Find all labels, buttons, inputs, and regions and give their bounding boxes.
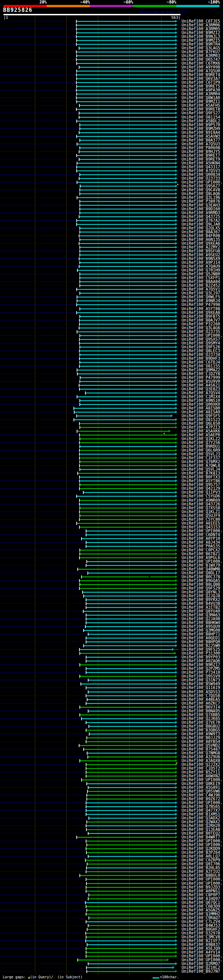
alignment-bar[interactable] <box>79 366 175 367</box>
alignment-bar[interactable] <box>77 837 175 838</box>
alignment-bar[interactable] <box>86 879 175 880</box>
alignment-bar[interactable] <box>83 645 175 646</box>
alignment-bar[interactable] <box>86 802 175 803</box>
alignment-bar[interactable] <box>77 296 175 298</box>
alignment-bar[interactable] <box>83 595 175 597</box>
alignment-bar[interactable] <box>77 301 175 301</box>
alignment-bar[interactable] <box>77 121 175 122</box>
alignment-bar[interactable] <box>89 918 175 918</box>
alignment-bar[interactable] <box>86 668 175 669</box>
alignment-bar[interactable] <box>80 714 175 716</box>
alignment-bar[interactable] <box>77 163 175 164</box>
alignment-bar[interactable] <box>79 389 175 390</box>
alignment-bar[interactable] <box>76 21 175 22</box>
alignment-bar[interactable] <box>77 71 175 72</box>
alignment-bar[interactable] <box>83 492 175 493</box>
alignment-bar[interactable] <box>86 921 175 922</box>
alignment-bar[interactable] <box>87 795 175 796</box>
alignment-bar[interactable] <box>87 791 175 792</box>
alignment-bar[interactable] <box>79 113 175 114</box>
alignment-bar[interactable] <box>86 806 175 807</box>
alignment-bar[interactable] <box>77 304 175 305</box>
alignment-bar[interactable] <box>77 197 175 198</box>
alignment-bar[interactable] <box>79 117 175 118</box>
alignment-bar[interactable] <box>86 703 175 704</box>
alignment-bar[interactable] <box>79 504 175 505</box>
alignment-bar[interactable] <box>79 434 175 436</box>
alignment-bar[interactable] <box>77 523 175 524</box>
alignment-bar[interactable] <box>77 224 175 225</box>
alignment-bar[interactable] <box>86 776 175 776</box>
alignment-bar[interactable] <box>80 232 175 232</box>
alignment-bar[interactable] <box>85 902 175 903</box>
alignment-bar[interactable] <box>77 94 175 95</box>
alignment-bar[interactable] <box>80 404 175 405</box>
alignment-bar[interactable] <box>88 692 175 692</box>
alignment-bar[interactable] <box>87 699 175 700</box>
alignment-bar[interactable] <box>79 235 175 236</box>
alignment-bar[interactable] <box>80 281 175 282</box>
alignment-bar[interactable] <box>77 55 175 56</box>
alignment-bar[interactable] <box>79 48 175 49</box>
alignment-bar[interactable] <box>86 768 175 769</box>
alignment-bar[interactable] <box>87 883 175 884</box>
alignment-bar[interactable] <box>79 477 175 478</box>
alignment-bar[interactable] <box>86 933 175 934</box>
alignment-bar[interactable] <box>79 442 175 443</box>
alignment-bar[interactable] <box>86 741 175 742</box>
alignment-bar[interactable] <box>85 626 175 627</box>
alignment-bar[interactable] <box>79 385 175 386</box>
alignment-bar[interactable] <box>87 864 175 865</box>
alignment-bar[interactable] <box>88 711 175 712</box>
alignment-bar[interactable] <box>80 760 175 761</box>
alignment-bar[interactable] <box>80 205 175 206</box>
alignment-bar[interactable] <box>77 86 175 87</box>
alignment-bar[interactable] <box>80 189 175 191</box>
alignment-bar[interactable] <box>79 649 172 650</box>
alignment-bar[interactable] <box>79 557 175 558</box>
alignment-bar[interactable] <box>79 465 175 466</box>
alignment-bar[interactable] <box>82 780 175 780</box>
alignment-bar[interactable] <box>80 124 175 126</box>
alignment-bar[interactable] <box>79 132 175 133</box>
alignment-bar[interactable] <box>79 519 175 520</box>
alignment-bar[interactable] <box>80 508 175 509</box>
alignment-bar[interactable] <box>80 255 175 256</box>
alignment-bar[interactable] <box>86 764 175 765</box>
alignment-bar[interactable] <box>77 136 175 137</box>
alignment-bar[interactable] <box>80 335 175 336</box>
alignment-bar[interactable] <box>80 584 175 585</box>
alignment-bar[interactable] <box>88 679 175 681</box>
alignment-bar[interactable] <box>80 186 175 187</box>
alignment-bar[interactable] <box>88 856 175 857</box>
alignment-bar[interactable] <box>85 393 175 393</box>
alignment-bar[interactable] <box>85 860 175 861</box>
alignment-bar[interactable] <box>80 550 175 550</box>
alignment-bar[interactable] <box>86 638 175 639</box>
alignment-bar[interactable] <box>77 220 175 221</box>
alignment-bar[interactable] <box>79 500 175 501</box>
alignment-bar[interactable] <box>80 193 175 194</box>
alignment-bar[interactable] <box>86 657 175 658</box>
alignment-bar[interactable] <box>77 396 175 397</box>
alignment-bar[interactable] <box>79 480 175 482</box>
alignment-bar[interactable] <box>74 419 175 420</box>
alignment-bar[interactable] <box>79 745 175 746</box>
alignment-bar[interactable] <box>79 527 175 528</box>
alignment-bar[interactable] <box>87 967 172 968</box>
alignment-bar[interactable] <box>83 611 175 612</box>
alignment-bar[interactable] <box>79 488 175 489</box>
alignment-bar[interactable] <box>88 963 175 964</box>
alignment-bar[interactable] <box>80 653 174 654</box>
alignment-bar[interactable] <box>87 944 175 945</box>
alignment-bar[interactable] <box>83 630 175 631</box>
alignment-bar[interactable] <box>80 201 175 202</box>
alignment-bar[interactable] <box>76 82 175 83</box>
alignment-bar[interactable] <box>88 634 175 635</box>
alignment-bar[interactable] <box>87 929 175 930</box>
alignment-bar[interactable] <box>87 561 175 562</box>
alignment-bar[interactable] <box>87 852 175 853</box>
alignment-bar[interactable] <box>79 151 175 152</box>
alignment-bar[interactable] <box>77 40 175 41</box>
alignment-bar[interactable] <box>87 799 175 800</box>
